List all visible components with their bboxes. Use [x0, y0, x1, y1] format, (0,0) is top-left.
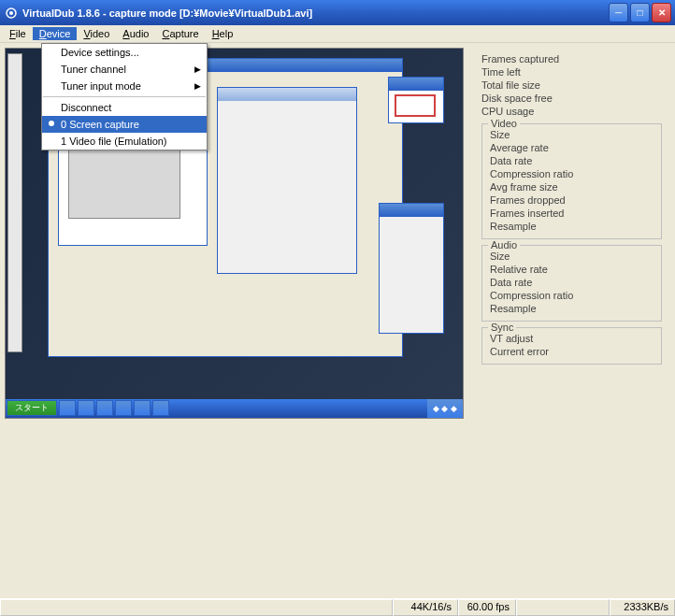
toolbox-left [7, 53, 22, 352]
window-title: VirtualDub 1.8.6 - capture mode [D:¥Movi… [22, 7, 609, 19]
stats-panel: Frames captured Time left Total file siz… [468, 43, 675, 598]
stat-video-inserted: Frames inserted [490, 207, 653, 220]
submenu-arrow-icon: ▶ [194, 81, 201, 91]
svg-point-1 [9, 11, 13, 15]
menu-disconnect[interactable]: Disconnect [42, 99, 207, 116]
close-button[interactable]: ✕ [652, 3, 671, 22]
stat-video-resample: Resample [490, 220, 653, 233]
nested-taskbar: スタート ◆ ◆ ◆ [6, 399, 463, 418]
status-main [0, 599, 393, 616]
nested-thumb-1 [388, 77, 444, 123]
statusbar: 44K/16/s 60.00 fps 2333KB/s [0, 598, 675, 616]
layers-palette [379, 203, 444, 334]
video-fieldset: Video Size Average rate Data rate Compre… [481, 123, 662, 239]
status-audio-rate: 44K/16/s [393, 599, 458, 616]
menu-device-settings[interactable]: Device settings... [42, 44, 207, 61]
stat-audio-rel-rate: Relative rate [490, 263, 653, 276]
stat-video-avg-rate: Average rate [490, 141, 653, 154]
menu-separator [43, 96, 206, 97]
stat-video-dropped: Frames dropped [490, 193, 653, 207]
stat-audio-size: Size [490, 250, 653, 263]
label: Tuner channel [61, 64, 126, 75]
label: 0 Screen capture [61, 119, 139, 130]
submenu-arrow-icon: ▶ [194, 64, 201, 74]
menu-tuner-channel[interactable]: Tuner channel▶ [42, 61, 207, 78]
window-controls: ─ □ ✕ [609, 3, 671, 22]
stat-audio-comp-ratio: Compression ratio [490, 289, 653, 302]
sync-legend: Sync [488, 322, 516, 333]
nested-title [218, 88, 356, 101]
stat-sync-cur-err: Current error [490, 345, 653, 358]
menu-device[interactable]: Device [33, 27, 78, 40]
window-titlebar: VirtualDub 1.8.6 - capture mode [D:¥Movi… [0, 0, 675, 25]
task-button [78, 400, 94, 416]
status-extra [516, 599, 610, 616]
menu-tuner-input-mode[interactable]: Tuner input mode▶ [42, 78, 207, 94]
stat-time-left: Time left [481, 65, 662, 79]
stat-frames-captured: Frames captured [481, 52, 662, 65]
audio-fieldset: Audio Size Relative rate Data rate Compr… [481, 245, 662, 322]
nested-title [380, 204, 443, 217]
minimize-button[interactable]: ─ [609, 3, 628, 22]
bullet-icon [49, 121, 54, 126]
selection-rect [395, 94, 436, 117]
label: Tuner input mode [61, 80, 141, 92]
start-button: スタート [7, 400, 57, 416]
menubar: File Device Video Audio Capture Help [0, 25, 675, 43]
menu-audio[interactable]: Audio [116, 27, 155, 40]
task-button [115, 400, 132, 416]
system-tray: ◆ ◆ ◆ [427, 399, 463, 418]
maximize-button[interactable]: □ [630, 3, 650, 22]
status-fps: 60.00 fps [458, 599, 516, 616]
task-button [59, 400, 76, 416]
stat-video-size: Size [490, 128, 653, 141]
stat-video-data-rate: Data rate [490, 154, 653, 167]
stat-audio-resample: Resample [490, 302, 653, 315]
menu-screen-capture[interactable]: 0 Screen capture [42, 116, 207, 133]
menu-video[interactable]: Video [77, 27, 116, 40]
device-dropdown: Device settings... Tuner channel▶ Tuner … [41, 43, 208, 150]
stat-cpu-usage: CPU usage [481, 105, 662, 118]
stat-disk-space-free: Disk space free [481, 92, 662, 105]
menu-file[interactable]: File [3, 27, 33, 40]
menu-help[interactable]: Help [206, 27, 240, 40]
menu-video-file-emulation[interactable]: 1 Video file (Emulation) [42, 133, 207, 150]
task-button [152, 400, 169, 416]
app-icon [4, 6, 19, 21]
stat-video-comp-ratio: Compression ratio [490, 167, 653, 180]
nested-window-3 [217, 87, 357, 274]
stat-audio-data-rate: Data rate [490, 276, 653, 289]
stat-sync-vt-adjust: VT adjust [490, 332, 653, 345]
status-data-rate: 2333KB/s [610, 599, 675, 616]
video-legend: Video [488, 118, 520, 129]
stat-total-file-size: Total file size [481, 79, 662, 92]
task-button [134, 400, 151, 416]
stat-video-avg-frame: Avg frame size [490, 180, 653, 193]
menu-capture[interactable]: Capture [155, 27, 205, 40]
audio-legend: Audio [488, 239, 520, 251]
task-button [96, 400, 113, 416]
nested-title [389, 78, 443, 91]
sync-fieldset: Sync VT adjust Current error [481, 327, 662, 365]
